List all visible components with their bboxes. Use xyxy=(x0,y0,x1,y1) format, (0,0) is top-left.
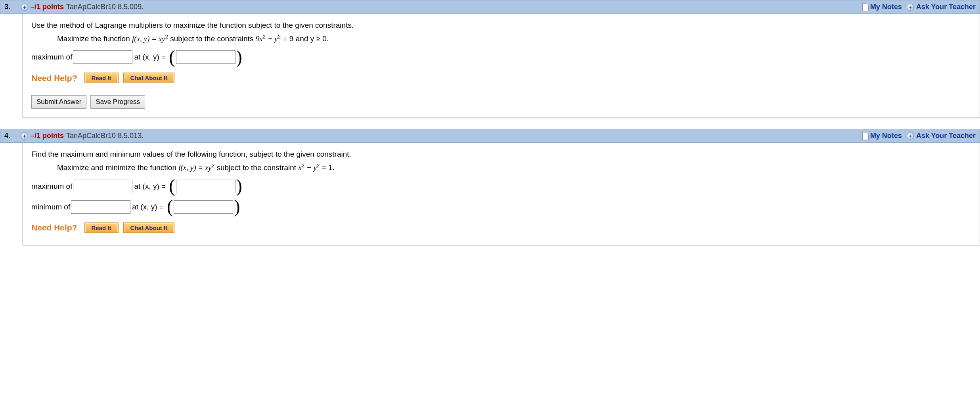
points-label: –/1 points xyxy=(31,3,64,11)
question-header: 4.+–/1 pointsTanApCalcBr10 8.5.013.My No… xyxy=(0,129,980,143)
ask-teacher-label: Ask Your Teacher xyxy=(916,3,976,11)
prompt-text: Find the maximum and minimum values of t… xyxy=(31,150,971,159)
chat-about-it-button[interactable]: Chat About It xyxy=(123,222,175,233)
ask-teacher-link[interactable]: +Ask Your Teacher xyxy=(907,3,976,11)
at-xy-label: at (x, y) = xyxy=(134,53,166,61)
answer-label: minimum of xyxy=(31,203,70,211)
points-label: –/1 points xyxy=(31,132,64,140)
subprompt-text: Maximize and minimize the function f(x, … xyxy=(57,163,971,172)
ask-teacher-link[interactable]: +Ask Your Teacher xyxy=(907,132,976,140)
need-help-label: Need Help? xyxy=(31,223,77,232)
question-number: 4. xyxy=(4,132,21,140)
expand-icon[interactable]: + xyxy=(21,4,28,11)
chat-about-it-button[interactable]: Chat About It xyxy=(123,73,175,83)
my-notes-label: My Notes xyxy=(870,132,902,140)
read-it-button[interactable]: Read It xyxy=(84,222,119,233)
left-paren: ( xyxy=(166,201,174,212)
point-input[interactable] xyxy=(174,200,233,214)
value-input[interactable] xyxy=(71,200,130,214)
note-icon xyxy=(862,132,869,140)
plus-icon: + xyxy=(907,4,914,11)
source-label: TanApCalcBr10 8.5.013. xyxy=(66,132,144,140)
at-xy-label: at (x, y) = xyxy=(134,182,166,191)
value-input[interactable] xyxy=(73,180,132,193)
source-label: TanApCalcBr10 8.5.009. xyxy=(66,3,144,11)
point-input[interactable] xyxy=(176,50,235,64)
my-notes-link[interactable]: My Notes xyxy=(862,3,902,11)
my-notes-link[interactable]: My Notes xyxy=(862,132,902,140)
left-paren: ( xyxy=(168,180,176,192)
answer-row: maximum ofat (x, y) = () xyxy=(31,50,971,64)
save-progress-button[interactable]: Save Progress xyxy=(90,95,145,109)
read-it-button[interactable]: Read It xyxy=(84,73,119,83)
subprompt-text: Maximize the function f(x, y) = xy2 subj… xyxy=(57,34,971,43)
question-header: 3.+–/1 pointsTanApCalcBr10 8.5.009.My No… xyxy=(0,0,980,14)
left-paren: ( xyxy=(168,52,176,63)
submit-answer-button[interactable]: Submit Answer xyxy=(31,95,86,109)
at-xy-label: at (x, y) = xyxy=(132,203,164,211)
note-icon xyxy=(862,3,869,11)
right-paren: ) xyxy=(235,52,243,63)
question-number: 3. xyxy=(4,3,21,11)
my-notes-label: My Notes xyxy=(870,3,902,11)
answer-label: maximum of xyxy=(31,182,72,191)
value-input[interactable] xyxy=(73,50,132,64)
right-paren: ) xyxy=(233,201,241,212)
plus-icon: + xyxy=(907,132,914,140)
answer-row: minimum ofat (x, y) = () xyxy=(31,200,971,214)
right-paren: ) xyxy=(235,180,243,192)
ask-teacher-label: Ask Your Teacher xyxy=(916,132,976,140)
answer-label: maximum of xyxy=(31,53,72,61)
expand-icon[interactable]: + xyxy=(21,132,28,140)
need-help-label: Need Help? xyxy=(31,73,77,83)
question-body: Find the maximum and minimum values of t… xyxy=(22,143,980,245)
question-body: Use the method of Lagrange multipliers t… xyxy=(22,14,980,118)
answer-row: maximum ofat (x, y) = () xyxy=(31,180,971,193)
prompt-text: Use the method of Lagrange multipliers t… xyxy=(31,21,971,30)
point-input[interactable] xyxy=(176,180,235,193)
